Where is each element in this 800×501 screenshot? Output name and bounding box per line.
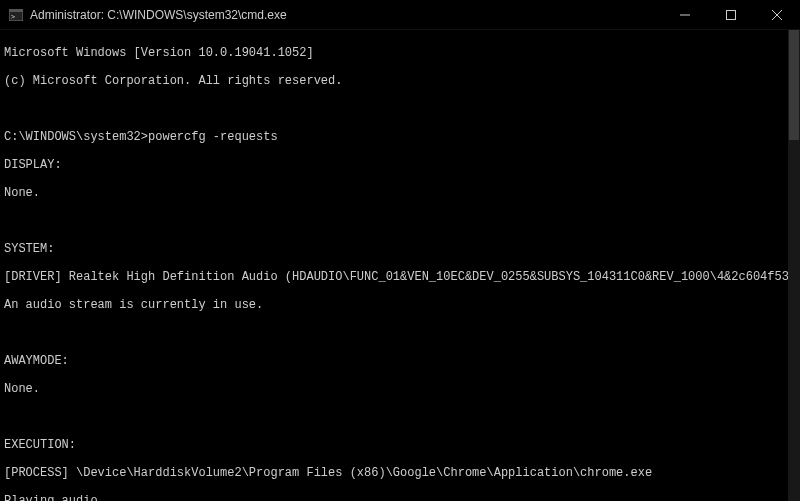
titlebar[interactable]: > Administrator: C:\WINDOWS\system32\cmd… — [0, 0, 800, 30]
svg-rect-1 — [9, 9, 23, 12]
section-header: AWAYMODE: — [4, 354, 784, 368]
blank-line — [4, 102, 784, 116]
vertical-scrollbar[interactable] — [788, 30, 800, 501]
prompt-line: C:\WINDOWS\system32>powercfg -requests — [4, 130, 784, 144]
window-controls — [662, 0, 800, 29]
banner-line: Microsoft Windows [Version 10.0.19041.10… — [4, 46, 784, 60]
section-body: [DRIVER] Realtek High Definition Audio (… — [4, 270, 784, 284]
svg-text:>: > — [11, 13, 15, 21]
section-body: None. — [4, 382, 784, 396]
section-body: Playing audio — [4, 494, 784, 501]
section-body: None. — [4, 186, 784, 200]
section-header: SYSTEM: — [4, 242, 784, 256]
section-body: [PROCESS] \Device\HarddiskVolume2\Progra… — [4, 466, 784, 480]
window-title: Administrator: C:\WINDOWS\system32\cmd.e… — [30, 8, 287, 22]
blank-line — [4, 410, 784, 424]
terminal-area[interactable]: Microsoft Windows [Version 10.0.19041.10… — [0, 30, 800, 501]
blank-line — [4, 326, 784, 340]
terminal-output[interactable]: Microsoft Windows [Version 10.0.19041.10… — [0, 30, 788, 501]
section-body: An audio stream is currently in use. — [4, 298, 784, 312]
maximize-button[interactable] — [708, 0, 754, 29]
svg-rect-4 — [727, 10, 736, 19]
scrollbar-thumb[interactable] — [789, 30, 799, 140]
section-header: DISPLAY: — [4, 158, 784, 172]
minimize-button[interactable] — [662, 0, 708, 29]
blank-line — [4, 214, 784, 228]
cmd-window: > Administrator: C:\WINDOWS\system32\cmd… — [0, 0, 800, 501]
banner-line: (c) Microsoft Corporation. All rights re… — [4, 74, 784, 88]
command-text: powercfg -requests — [148, 130, 278, 144]
section-header: EXECUTION: — [4, 438, 784, 452]
close-button[interactable] — [754, 0, 800, 29]
prompt: C:\WINDOWS\system32> — [4, 130, 148, 144]
cmd-icon: > — [8, 7, 24, 23]
